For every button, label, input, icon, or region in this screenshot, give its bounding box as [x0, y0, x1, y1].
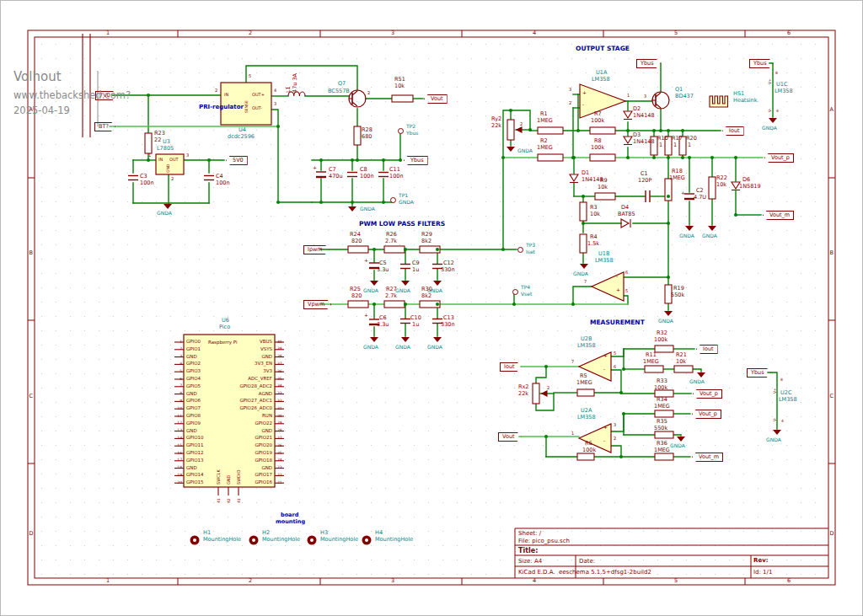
pico-pin-name[interactable]: GND — [186, 391, 197, 396]
val-r33[interactable]: 100k — [654, 385, 667, 391]
gnda-power-symbol[interactable] — [401, 281, 410, 286]
val-c7[interactable]: 470u — [329, 174, 343, 179]
tp4-value[interactable]: Vset — [521, 292, 532, 297]
net-ipwm-global-label[interactable]: Ipwm — [303, 245, 330, 255]
pin-name[interactable]: V- — [773, 418, 777, 421]
pico-pin-name[interactable]: GPIO3 — [186, 368, 201, 373]
val-r35[interactable]: 550k — [654, 426, 667, 431]
val-c13[interactable]: 330n — [441, 322, 455, 328]
pin-num[interactable]: 6 — [614, 365, 616, 370]
val-d6[interactable]: 1N5819 — [739, 184, 761, 190]
gnda-power-symbol[interactable] — [370, 337, 378, 342]
pin-num[interactable]: 2 — [367, 91, 370, 96]
val-r18[interactable]: 1MEG — [669, 175, 685, 181]
val-u1a[interactable]: LM358 — [592, 77, 610, 83]
val-r11[interactable]: 1MEG — [643, 359, 659, 365]
tp2-value[interactable]: Ybus — [406, 131, 418, 137]
net-vout-p-global-label[interactable]: Vout_p — [693, 389, 722, 399]
pico-pin-name[interactable]: GPIO21 — [255, 435, 272, 440]
val-r23[interactable]: 22 — [154, 137, 161, 143]
pico-pin-name[interactable]: GND — [186, 354, 197, 359]
val-u2c[interactable]: LM358 — [779, 397, 797, 403]
val-hs1[interactable]: Heatsink — [733, 98, 758, 104]
opamp-sign[interactable]: + — [616, 287, 620, 293]
val-c1[interactable]: 120P — [638, 178, 651, 184]
gnda-power-symbol[interactable] — [697, 372, 705, 378]
polarity-plus[interactable]: + — [364, 258, 368, 264]
pico-pin-name[interactable]: VSYS — [260, 346, 272, 351]
pin-name[interactable]: OUT+ — [252, 93, 265, 98]
pin-num[interactable]: 5 — [625, 289, 628, 294]
gnda-power-symbol[interactable] — [370, 281, 378, 286]
opamp-sign[interactable]: + — [603, 425, 608, 431]
val-r36[interactable]: 1MEG — [654, 447, 670, 453]
pico-pin-name[interactable]: AGND — [259, 391, 272, 396]
net-vout-m-global-label[interactable]: Vout_m — [763, 211, 794, 221]
val-u6[interactable]: Pico — [219, 324, 230, 330]
val-r29[interactable]: 8k2 — [421, 238, 432, 244]
heading-measurement[interactable]: MEASUREMENT — [590, 319, 645, 327]
net-vpwm-global-label[interactable]: Vpwm — [303, 300, 331, 310]
pico-pin-name[interactable]: GND — [261, 354, 272, 359]
pico-pin-name[interactable]: GPIO19 — [255, 450, 272, 455]
val-h2[interactable]: MountingHole — [262, 537, 300, 543]
val-r19[interactable]: 550k — [671, 292, 684, 298]
pico-pin-name[interactable]: SWCLK — [217, 469, 222, 485]
val-r6[interactable]: 100k — [582, 447, 596, 453]
gnda-power-label[interactable]: GNDA — [360, 206, 375, 212]
val-r17[interactable]: 1 — [673, 142, 677, 148]
net-5v0-global-label[interactable]: 5V0 — [226, 156, 248, 166]
val-c4[interactable]: 100n — [216, 180, 230, 186]
pin-name[interactable]: V+ — [773, 388, 777, 394]
opamp-sign[interactable]: - — [603, 367, 605, 372]
pico-pin-name[interactable]: GPIO22 — [255, 420, 272, 426]
val-u2b[interactable]: LM358 — [577, 343, 596, 349]
tp2-testpoint[interactable] — [398, 128, 404, 134]
gnda-power-symbol[interactable] — [433, 281, 442, 286]
polarity-plus[interactable]: + — [681, 190, 685, 196]
opamp-sign[interactable]: - — [616, 274, 618, 280]
pin-num[interactable]: 1 — [571, 431, 574, 437]
val-h4[interactable]: MountingHole — [375, 537, 413, 543]
val-r5[interactable]: 1MEG — [576, 380, 592, 386]
tp1-testpoint[interactable] — [390, 197, 396, 203]
net-vout-p-global-label[interactable]: Vout_p — [764, 153, 794, 163]
gnda-power-label[interactable]: GNDA — [427, 288, 442, 294]
net-vout-m-global-label[interactable]: Vout_m — [692, 453, 723, 463]
val-h3[interactable]: MountingHole — [320, 537, 358, 543]
pin-num[interactable]: 3 — [186, 153, 189, 158]
gnda-power-label[interactable]: GNDA — [573, 271, 588, 277]
pico-pin-name[interactable]: RUN — [262, 413, 272, 418]
pico-pin-name[interactable]: GND — [261, 428, 272, 433]
gnda-power-symbol[interactable] — [507, 147, 515, 152]
pico-pin-name[interactable]: VBUS — [260, 339, 272, 344]
gnda-power-symbol[interactable] — [769, 118, 777, 123]
val-r34[interactable]: 1MEG — [654, 404, 670, 410]
pico-pin-name[interactable]: GPIO18 — [255, 458, 272, 463]
pico-pin-name[interactable]: GPIO17 — [255, 472, 272, 477]
pin-num[interactable]: 7 — [584, 280, 587, 285]
val-r10[interactable]: 1 — [659, 142, 662, 148]
val-q1[interactable]: BD437 — [675, 94, 694, 99]
gnda-power-label[interactable]: GNDA — [679, 233, 694, 239]
val-r26[interactable]: 2.7k — [385, 238, 397, 244]
net-ybus-global-label[interactable]: Ybus — [747, 368, 771, 378]
gnda-power-symbol[interactable] — [685, 226, 694, 231]
gnda-power-symbol[interactable] — [677, 437, 685, 442]
pico-pin-name[interactable]: GPIO5 — [186, 383, 201, 388]
net-ybus-global-label[interactable]: Ybus — [404, 156, 428, 166]
val-c10[interactable]: 1u — [412, 322, 419, 328]
pico-pin-name[interactable]: GPIO26_ADC0 — [239, 405, 272, 410]
val-q7[interactable]: BC557B — [328, 88, 350, 94]
pico-pin-name[interactable]: GPIO8 — [186, 413, 201, 418]
val-l1[interactable]: 47u 3A — [292, 73, 298, 93]
gnda-power-label[interactable]: GNDA — [395, 288, 410, 294]
pico-pin-name[interactable]: GPIO20 — [255, 442, 272, 447]
pico-pin-name[interactable]: 3V3_EN — [255, 361, 272, 366]
pin-num[interactable]: 3 — [644, 94, 646, 99]
pin-name[interactable]: IN — [224, 93, 228, 98]
pico-pin-name[interactable]: GPIO14 — [186, 472, 204, 477]
val-c11[interactable]: 100n — [389, 174, 404, 179]
val-r9[interactable]: 10k — [598, 185, 608, 190]
pico-pin-name[interactable]: GPIO13 — [186, 458, 204, 463]
